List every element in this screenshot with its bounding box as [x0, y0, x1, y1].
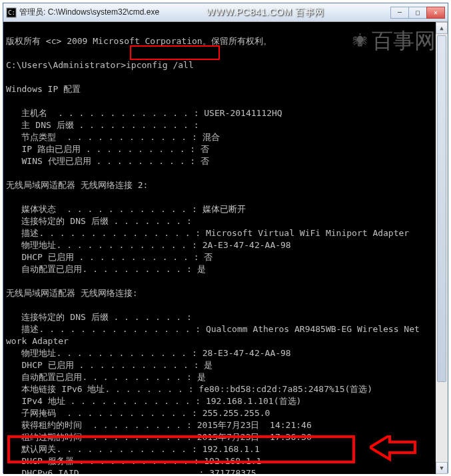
primary-dns-suffix: 主 DNS 后缀 . . . . . . . . . . . :: [6, 120, 199, 130]
spider-icon: 🕷: [353, 33, 368, 50]
scroll-track[interactable]: [436, 34, 448, 462]
cmd-window: C: 管理员: C:\Windows\system32\cmd.exe ─ □ …: [3, 3, 448, 473]
dhcp-label: DHCP 已启用 . . . . . . . . . . . :: [6, 252, 204, 262]
autocfg-label-1: 自动配置已启用. . . . . . . . . . :: [6, 372, 197, 382]
minimize-button[interactable]: ─: [390, 7, 409, 19]
prompt-path: C:\Users\Administrator>: [6, 60, 126, 70]
gateway-label: 默认网关. . . . . . . . . . . . . :: [6, 444, 203, 454]
linklocal-label: 本地链接 IPv6 地址. . . . . . . . :: [6, 384, 199, 394]
dhcpsrv-label: DHCP 服务器 . . . . . . . . . . . :: [6, 456, 204, 466]
autocfg-value: 是: [197, 264, 206, 274]
iaid-label: DHCPv6 IAID . . . . . . . . . . . :: [6, 468, 209, 474]
scroll-down-button[interactable]: ▼: [436, 462, 448, 474]
node-type-value: 混合: [203, 132, 220, 142]
physaddr1-value: 28-E3-47-42-AA-98: [203, 348, 291, 358]
physaddr-label: 物理地址. . . . . . . . . . . . . :: [6, 240, 203, 250]
description1-value-cont: work Adapter: [6, 336, 69, 346]
subnet-label: 子网掩码 . . . . . . . . . . . . :: [6, 408, 203, 418]
logo-text: 百事网: [372, 27, 436, 56]
prompt-line: C:\Users\Administrator>ipconfig /all: [6, 60, 194, 70]
scroll-thumb[interactable]: [437, 35, 446, 382]
lease-exp-label: 租约过期的时间 . . . . . . . . . :: [6, 432, 197, 442]
command-text: ipconfig /all: [126, 60, 194, 70]
svg-text:C:: C:: [8, 9, 15, 16]
copyright-line: 版权所有 <c> 2009 Microsoft Corporation。保留所有…: [6, 36, 272, 46]
conn-dns-suffix-1: 连接特定的 DNS 后缀 . . . . . . . :: [6, 312, 192, 322]
dhcpsrv-value: 192.168.1.1: [204, 456, 261, 466]
url-watermark: WWW.PC841.COM 百事网: [207, 7, 324, 19]
conn-dns-suffix-2: 连接特定的 DNS 后缀 . . . . . . . :: [6, 216, 192, 226]
vertical-scrollbar[interactable]: ▲ ▼: [436, 22, 448, 474]
physaddr-label-1: 物理地址. . . . . . . . . . . . . :: [6, 348, 203, 358]
node-type-label: 节点类型 . . . . . . . . . . . . :: [6, 132, 203, 142]
lease-exp-value: 2015年7月23日 17:36:30: [197, 432, 312, 442]
ip-routing-label: IP 路由已启用 . . . . . . . . . . :: [6, 144, 201, 154]
adapter1-header: 无线局域网适配器 无线网络连接:: [6, 288, 138, 298]
iaid-value: 371778375: [209, 468, 256, 474]
close-button[interactable]: ✕: [426, 7, 445, 19]
description2-value: Microsoft Virtual WiFi Miniport Adapter: [206, 228, 409, 238]
subnet-value: 255.255.255.0: [203, 408, 270, 418]
dhcp2-value: 否: [204, 252, 213, 262]
media-state-value: 媒体已断开: [203, 204, 246, 214]
physaddr2-value: 2A-E3-47-42-AA-98: [203, 240, 291, 250]
lease-obt-value: 2015年7月23日 14:21:46: [197, 420, 312, 430]
ipv4-value: 192.168.1.101(首选): [206, 396, 301, 406]
dhcp1-value: 是: [204, 360, 213, 370]
window-title: 管理员: C:\Windows\system32\cmd.exe: [19, 7, 391, 18]
console-output: 版权所有 <c> 2009 Microsoft Corporation。保留所有…: [3, 22, 448, 474]
adapter2-header: 无线局域网适配器 无线网络连接 2:: [6, 180, 148, 190]
hostname-label: 主机名 . . . . . . . . . . . . . :: [6, 108, 204, 118]
cmd-icon: C:: [6, 7, 17, 18]
linklocal-value: fe80::bd58:cd2d:7a85:2487%15(首选): [199, 384, 372, 394]
dhcp-label-1: DHCP 已启用 . . . . . . . . . . . :: [6, 360, 204, 370]
scroll-up-button[interactable]: ▲: [436, 22, 448, 34]
autocfg1-value: 是: [197, 372, 206, 382]
logo-watermark: 🕷 百事网: [353, 27, 436, 56]
description-label: 描述. . . . . . . . . . . . . . . :: [6, 228, 206, 238]
ip-routing-value: 否: [201, 144, 209, 154]
lease-obt-label: 获得租约的时间 . . . . . . . . . :: [6, 420, 197, 430]
ipconfig-header: Windows IP 配置: [6, 84, 81, 94]
media-state-label: 媒体状态 . . . . . . . . . . . . :: [6, 204, 203, 214]
autocfg-label: 自动配置已启用. . . . . . . . . . :: [6, 264, 197, 274]
description-label-1: 描述. . . . . . . . . . . . . . . :: [6, 324, 206, 334]
wins-proxy-label: WINS 代理已启用 . . . . . . . . . :: [6, 156, 201, 166]
maximize-button[interactable]: □: [408, 7, 427, 19]
window-buttons: ─ □ ✕: [391, 7, 445, 19]
hostname-value: USER-20141112HQ: [204, 108, 282, 118]
ipv4-label: IPv4 地址 . . . . . . . . . . . . :: [6, 396, 206, 406]
description1-value: Qualcomm Atheros AR9485WB-EG Wireless Ne…: [206, 324, 420, 334]
wins-proxy-value: 否: [201, 156, 209, 166]
gateway-value: 192.168.1.1: [203, 444, 260, 454]
